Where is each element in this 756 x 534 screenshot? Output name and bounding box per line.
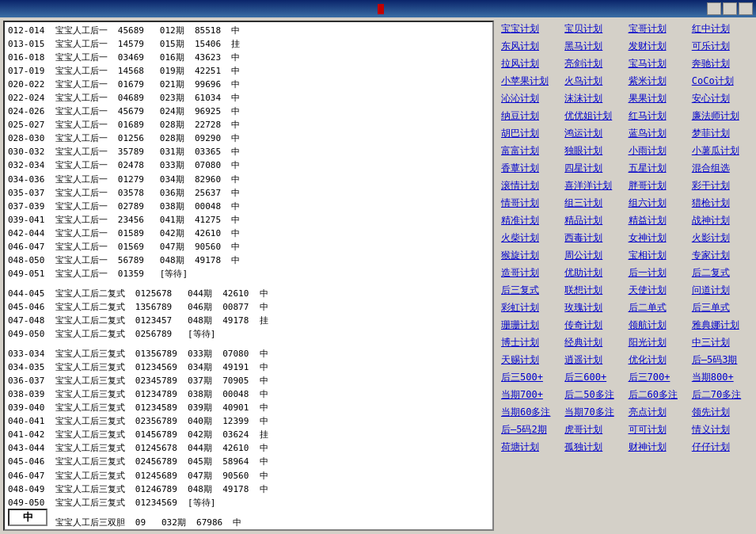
link-item[interactable]: 阳光计划 <box>628 334 690 351</box>
link-item[interactable]: 组三计划 <box>564 195 625 212</box>
link-item[interactable]: 紫米计划 <box>628 73 690 90</box>
link-item[interactable]: 珊珊计划 <box>500 317 562 334</box>
link-item[interactable]: 五星计划 <box>628 160 690 177</box>
link-item[interactable]: 蓝鸟计划 <box>628 125 690 142</box>
link-item[interactable]: 当期60多注 <box>500 404 562 421</box>
link-item[interactable]: 虎哥计划 <box>564 421 625 438</box>
link-item[interactable]: 天赐计划 <box>500 352 562 368</box>
link-item[interactable]: 香蕈计划 <box>500 160 562 177</box>
link-item[interactable]: 混合组选 <box>691 160 753 177</box>
link-item[interactable]: 廉法师计划 <box>691 108 753 124</box>
link-item[interactable]: 当期70多注 <box>564 404 625 421</box>
link-item[interactable]: 沫沫计划 <box>564 90 625 107</box>
link-item[interactable]: 当期800+ <box>691 369 753 386</box>
link-item[interactable]: 情哥计划 <box>500 195 562 212</box>
link-item[interactable]: 火影计划 <box>691 230 753 246</box>
link-item[interactable]: 后三单式 <box>691 299 753 316</box>
link-item[interactable]: 宝哥计划 <box>628 21 690 37</box>
minimize-button[interactable] <box>707 2 721 15</box>
link-item[interactable]: 后二50多注 <box>564 387 625 403</box>
link-item[interactable]: 优化计划 <box>628 352 690 368</box>
window-controls[interactable] <box>707 2 753 15</box>
data-list[interactable]: 012-014 宝宝人工后一 45689 012期 85518 中 013-01… <box>5 22 492 529</box>
link-item[interactable]: 战神计划 <box>691 212 753 229</box>
link-item[interactable]: 喜洋洋计划 <box>564 177 625 194</box>
link-item[interactable]: 黑马计划 <box>564 38 625 55</box>
link-item[interactable]: 鸿运计划 <box>564 125 625 142</box>
link-item[interactable]: 精准计划 <box>500 212 562 229</box>
link-item[interactable]: 财神计划 <box>628 439 690 456</box>
link-item[interactable]: 精益计划 <box>628 212 690 229</box>
link-item[interactable]: 彩干计划 <box>691 177 753 194</box>
link-item[interactable]: 传奇计划 <box>564 317 625 334</box>
link-item[interactable]: 组六计划 <box>628 195 690 212</box>
link-item[interactable]: 红马计划 <box>628 108 690 124</box>
link-item[interactable]: 雅典娜计划 <box>691 317 753 334</box>
link-item[interactable]: 后二单式 <box>628 299 690 316</box>
link-item[interactable]: 逍遥计划 <box>564 352 625 368</box>
link-item[interactable]: 领航计划 <box>628 317 690 334</box>
link-item[interactable]: 发财计划 <box>628 38 690 55</box>
link-item[interactable]: 后三600+ <box>564 369 625 386</box>
link-item[interactable]: 安心计划 <box>691 90 753 107</box>
link-item[interactable]: 果果计划 <box>628 90 690 107</box>
link-item[interactable]: 宝相计划 <box>628 247 690 264</box>
link-item[interactable]: 沁沁计划 <box>500 90 562 107</box>
link-item[interactable]: 宝贝计划 <box>564 21 625 37</box>
link-item[interactable]: 造哥计划 <box>500 265 562 281</box>
link-item[interactable]: 独眼计划 <box>564 143 625 159</box>
link-item[interactable]: 女神计划 <box>628 230 690 246</box>
link-item[interactable]: 胖哥计划 <box>628 177 690 194</box>
link-item[interactable]: 荷塘计划 <box>500 439 562 456</box>
link-item[interactable]: 宝马计划 <box>628 55 690 72</box>
link-item[interactable]: 领先计划 <box>691 404 753 421</box>
link-item[interactable]: 猴旋计划 <box>500 247 562 264</box>
link-item[interactable]: 滚情计划 <box>500 177 562 194</box>
link-item[interactable]: 梦菲计划 <box>691 125 753 142</box>
link-item[interactable]: CoCo计划 <box>691 73 753 90</box>
link-item[interactable]: 玫瑰计划 <box>564 299 625 316</box>
link-item[interactable]: 后一计划 <box>628 265 690 281</box>
link-item[interactable]: 火柴计划 <box>500 230 562 246</box>
link-item[interactable]: 后二70多注 <box>691 387 753 403</box>
link-item[interactable]: 后三复式 <box>500 282 562 299</box>
link-item[interactable]: 周公计划 <box>564 247 625 264</box>
link-item[interactable]: 可可计划 <box>628 421 690 438</box>
link-item[interactable]: 孤独计划 <box>564 439 625 456</box>
link-item[interactable]: 拉风计划 <box>500 55 562 72</box>
link-item[interactable]: 后三700+ <box>628 369 690 386</box>
link-item[interactable]: 四星计划 <box>564 160 625 177</box>
link-item[interactable]: 可乐计划 <box>691 38 753 55</box>
link-item[interactable]: 天使计划 <box>628 282 690 299</box>
link-item[interactable]: 优优姐计划 <box>564 108 625 124</box>
link-item[interactable]: 彩虹计划 <box>500 299 562 316</box>
link-item[interactable]: 中三计划 <box>691 334 753 351</box>
link-item[interactable]: 后二60多注 <box>628 387 690 403</box>
link-item[interactable]: 小雨计划 <box>628 143 690 159</box>
link-item[interactable]: 后—5码2期 <box>500 421 562 438</box>
link-item[interactable]: 宝宝计划 <box>500 21 562 37</box>
link-item[interactable]: 专家计划 <box>691 247 753 264</box>
link-item[interactable]: 富富计划 <box>500 143 562 159</box>
link-item[interactable]: 后二复式 <box>691 265 753 281</box>
link-item[interactable]: 联想计划 <box>564 282 625 299</box>
link-item[interactable]: 红中计划 <box>691 21 753 37</box>
link-item[interactable]: 东风计划 <box>500 38 562 55</box>
link-item[interactable]: 问道计划 <box>691 282 753 299</box>
link-item[interactable]: 后三500+ <box>500 369 562 386</box>
link-item[interactable]: 经典计划 <box>564 334 625 351</box>
link-item[interactable]: 精品计划 <box>564 212 625 229</box>
close-button[interactable] <box>739 2 753 15</box>
link-item[interactable]: 小薯瓜计划 <box>691 143 753 159</box>
link-item[interactable]: 当期700+ <box>500 387 562 403</box>
link-item[interactable]: 纳豆计划 <box>500 108 562 124</box>
link-item[interactable]: 优助计划 <box>564 265 625 281</box>
link-item[interactable]: 仔仔计划 <box>691 439 753 456</box>
link-item[interactable]: 亮剑计划 <box>564 55 625 72</box>
maximize-button[interactable] <box>723 2 737 15</box>
link-item[interactable]: 猎枪计划 <box>691 195 753 212</box>
link-item[interactable]: 小苹果计划 <box>500 73 562 90</box>
link-item[interactable]: 后—5码3期 <box>691 352 753 368</box>
link-item[interactable]: 西毒计划 <box>564 230 625 246</box>
link-item[interactable]: 博士计划 <box>500 334 562 351</box>
